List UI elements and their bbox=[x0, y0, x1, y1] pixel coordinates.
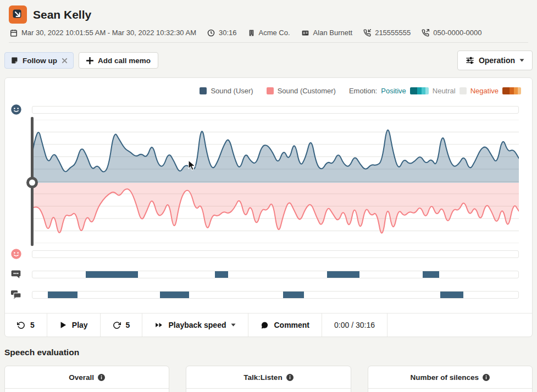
emotion-positive-label: Positive bbox=[381, 87, 406, 95]
rewind-5-button[interactable]: 5 bbox=[5, 313, 47, 337]
silences-card-title: Number of silences bbox=[411, 373, 479, 382]
positive-gradient-swatch bbox=[410, 87, 429, 94]
forward-5-label: 5 bbox=[126, 321, 130, 329]
talk-segment[interactable] bbox=[86, 271, 138, 278]
silences-card-value: 8 times bbox=[368, 389, 532, 392]
chevron-down-icon bbox=[519, 59, 524, 62]
meta-duration-text: 30:16 bbox=[219, 29, 237, 37]
negative-gradient-swatch bbox=[502, 87, 521, 94]
user-color-swatch bbox=[200, 87, 207, 94]
talk-segment[interactable] bbox=[440, 292, 463, 298]
legend-sound-user-label: Sound (User) bbox=[211, 87, 253, 95]
overall-card-title: Overall bbox=[69, 373, 94, 382]
waveform-svg bbox=[32, 120, 519, 243]
playback-speed-label: Playback speed bbox=[168, 321, 226, 329]
meta-company-text: Acme Co. bbox=[259, 29, 290, 37]
chevron-down-icon bbox=[231, 323, 236, 327]
play-label: Play bbox=[72, 321, 88, 329]
talk-segment[interactable] bbox=[423, 271, 439, 278]
page-title: Sean Kelly bbox=[33, 8, 91, 21]
rotate-cw-icon bbox=[113, 321, 121, 329]
talk-segment[interactable] bbox=[283, 292, 304, 298]
user-talk-strip[interactable] bbox=[32, 271, 519, 278]
legend-emotion: Emotion: Positive Neutral Negative bbox=[349, 87, 521, 95]
talk-segment[interactable] bbox=[327, 271, 359, 278]
add-call-memo-button[interactable]: Add call memo bbox=[79, 52, 158, 69]
user-emotion-row bbox=[5, 104, 532, 115]
meta-contact: Alan Burnett bbox=[301, 29, 353, 37]
legend-sound-user: Sound (User) bbox=[200, 87, 253, 95]
customer-emotion-strip bbox=[32, 250, 519, 258]
customer-talk-strip[interactable] bbox=[32, 291, 519, 299]
id-card-icon bbox=[301, 29, 309, 37]
neutral-swatch bbox=[460, 87, 467, 94]
comment-icon bbox=[261, 321, 269, 329]
clock-icon bbox=[207, 29, 215, 37]
meta-date-range-text: Mar 30, 2022 10:01:55 AM - Mar 30, 2022 … bbox=[21, 29, 196, 37]
talk-listen-card: Talk:Listen 34 : 66 bbox=[186, 366, 351, 392]
playhead-handle[interactable] bbox=[26, 177, 38, 188]
operation-button[interactable]: Operation bbox=[457, 51, 533, 70]
customer-emotion-row bbox=[5, 248, 532, 260]
info-icon[interactable] bbox=[483, 374, 490, 381]
talk-segment[interactable] bbox=[48, 292, 77, 298]
emotion-neutral-label: Neutral bbox=[433, 87, 456, 95]
toolbar: Follow up Add call memo Operation bbox=[0, 43, 537, 77]
meta-phone-from: 215555555 bbox=[363, 29, 411, 37]
call-direction-logo bbox=[9, 5, 27, 24]
app-header: Sean Kelly Mar 30, 2022 10:01:55 AM - Ma… bbox=[0, 0, 537, 43]
emotion-label: Emotion: bbox=[349, 87, 377, 95]
comment-label: Comment bbox=[274, 321, 309, 329]
comment-button[interactable]: Comment bbox=[248, 313, 322, 337]
speech-evaluation-heading: Speech evaluation bbox=[4, 348, 537, 357]
meta-company: Acme Co. bbox=[248, 29, 290, 37]
user-emotion-strip bbox=[32, 106, 519, 114]
meta-phone-to: 050-0000-0000 bbox=[422, 29, 481, 37]
talk-segment[interactable] bbox=[160, 292, 189, 298]
phone-incoming-icon bbox=[363, 29, 371, 37]
meta-phone-from-text: 215555555 bbox=[375, 29, 411, 37]
chart-legend: Sound (User) Sound (Customer) Emotion: P… bbox=[5, 78, 532, 100]
forward-5-button[interactable]: 5 bbox=[101, 313, 143, 337]
follow-up-tag[interactable]: Follow up bbox=[4, 52, 74, 69]
user-talk-row bbox=[5, 269, 532, 280]
meta-date-range: Mar 30, 2022 10:01:55 AM - Mar 30, 2022 … bbox=[10, 29, 196, 37]
legend-sound-customer-label: Sound (Customer) bbox=[278, 87, 336, 95]
talk-segment[interactable] bbox=[215, 271, 229, 278]
playback-speed-button[interactable]: Playback speed bbox=[142, 313, 248, 337]
calendar-icon bbox=[10, 29, 18, 37]
customer-color-swatch bbox=[267, 87, 274, 94]
silences-card: Number of silences 8 times bbox=[368, 366, 533, 392]
arrow-down-right-icon bbox=[12, 9, 24, 20]
emotion-negative-label: Negative bbox=[470, 87, 499, 95]
customer-smiley-icon bbox=[5, 248, 32, 260]
info-icon[interactable] bbox=[98, 374, 105, 381]
legend-sound-customer: Sound (Customer) bbox=[267, 87, 336, 95]
overall-card-value: 71.4 bbox=[5, 389, 169, 392]
rewind-5-label: 5 bbox=[30, 321, 35, 329]
add-call-memo-label: Add call memo bbox=[98, 57, 151, 65]
rotate-ccw-icon bbox=[17, 321, 25, 329]
evaluation-cards: Overall 71.4 Talk:Listen 34 : 66 Number … bbox=[4, 366, 533, 392]
memo-note-icon bbox=[10, 57, 18, 64]
playback-bar: 5 Play 5 Playback speed bbox=[5, 313, 532, 337]
remove-tag-icon[interactable] bbox=[62, 58, 68, 64]
double-chat-bubble-icon bbox=[5, 289, 32, 300]
building-icon bbox=[248, 29, 255, 37]
fast-forward-icon bbox=[154, 321, 163, 329]
time-display: 0:00 / 30:16 bbox=[322, 313, 387, 337]
info-icon[interactable] bbox=[286, 374, 294, 381]
play-icon bbox=[59, 321, 67, 329]
follow-up-tag-label: Follow up bbox=[23, 57, 57, 65]
user-smiley-icon bbox=[5, 104, 32, 115]
chat-bubble-icon bbox=[5, 269, 32, 280]
phone-outgoing-icon bbox=[422, 29, 429, 37]
talk-listen-card-title: Talk:Listen bbox=[243, 373, 282, 382]
play-button[interactable]: Play bbox=[47, 313, 101, 337]
call-meta-row: Mar 30, 2022 10:01:55 AM - Mar 30, 2022 … bbox=[10, 29, 528, 37]
customer-talk-row bbox=[5, 289, 532, 300]
meta-contact-text: Alan Burnett bbox=[313, 29, 353, 37]
operation-label: Operation bbox=[479, 56, 515, 65]
waveform-chart[interactable] bbox=[32, 120, 519, 243]
call-audio-card: Sound (User) Sound (Customer) Emotion: P… bbox=[4, 77, 533, 337]
